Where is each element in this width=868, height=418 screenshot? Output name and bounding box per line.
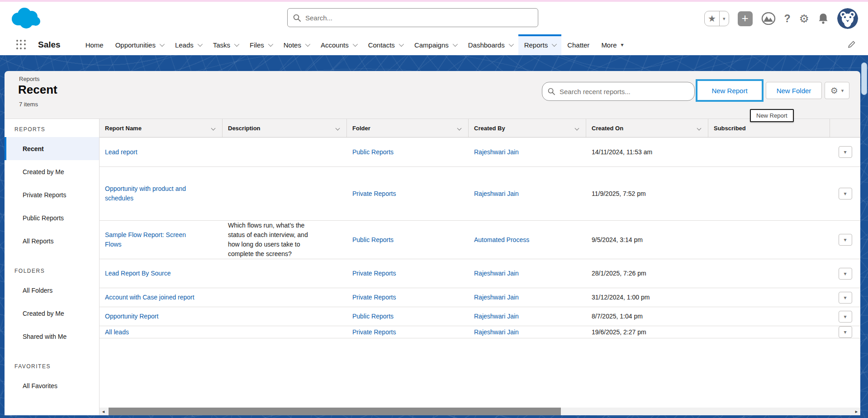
bell-icon	[818, 13, 829, 24]
chevron-down-icon[interactable]	[305, 42, 310, 47]
favorites-combo-button: ★ ▾	[704, 11, 729, 26]
chevron-down-icon[interactable]	[268, 42, 273, 47]
chevron-down-icon[interactable]	[453, 42, 458, 47]
folder-link[interactable]: Public Reports	[352, 147, 394, 157]
column-header[interactable]: Report Name	[100, 119, 223, 137]
created-by-link[interactable]: Rajeshwari Jain	[474, 312, 519, 321]
row-actions-button[interactable]: ▾	[839, 311, 852, 323]
column-header[interactable]: Created On	[586, 119, 708, 137]
folder-link[interactable]: Private Reports	[352, 293, 396, 302]
chevron-down-icon[interactable]	[399, 42, 404, 47]
chevron-down-icon[interactable]	[352, 42, 357, 47]
row-actions-button[interactable]: ▾	[839, 326, 852, 338]
row-actions-button[interactable]: ▾	[839, 292, 852, 304]
chevron-down-icon[interactable]	[234, 42, 239, 47]
created-by-link[interactable]: Rajeshwari Jain	[474, 293, 519, 302]
created-by-link[interactable]: Rajeshwari Jain	[474, 147, 519, 157]
created-by-link[interactable]: Automated Process	[474, 235, 529, 245]
nav-tab[interactable]: Accounts	[315, 34, 362, 55]
folder-link[interactable]: Public Reports	[352, 312, 394, 321]
row-actions-button[interactable]: ▾	[839, 268, 852, 280]
sidebar-item[interactable]: Created by Me	[5, 302, 99, 325]
created-by-link[interactable]: Rajeshwari Jain	[474, 328, 519, 337]
trailhead-button[interactable]	[761, 12, 776, 25]
global-search	[287, 8, 538, 27]
chevron-down-icon[interactable]	[198, 42, 203, 47]
new-folder-button[interactable]: New Folder	[766, 82, 822, 99]
sidebar-item[interactable]: Public Reports	[5, 206, 99, 229]
recent-reports-search-input[interactable]	[560, 88, 689, 95]
notifications-button[interactable]	[818, 13, 829, 24]
chevron-down-icon[interactable]	[552, 42, 557, 47]
nav-tab[interactable]: Campaigns	[408, 34, 462, 55]
sidebar-item[interactable]: Recent	[5, 137, 99, 160]
user-avatar-button[interactable]	[837, 8, 858, 29]
chevron-down-icon: ▾	[844, 237, 846, 242]
global-header: ★ ▾ + ? ⚙	[0, 2, 868, 34]
chevron-down-icon: ▾	[844, 314, 846, 319]
chevron-down-icon	[575, 126, 579, 130]
nav-tab[interactable]: Contacts	[362, 34, 408, 55]
column-header[interactable]: Description	[223, 119, 347, 137]
column-header[interactable]: Created By	[469, 119, 586, 137]
nav-tab-more[interactable]: More ▾	[595, 34, 629, 55]
folder-link[interactable]: Private Reports	[352, 189, 396, 199]
chevron-down-icon: ▾	[844, 191, 846, 196]
favorites-dropdown-icon[interactable]: ▾	[719, 11, 729, 26]
sidebar-item[interactable]: Created by Me	[5, 160, 99, 183]
sidebar-item[interactable]: All Folders	[5, 279, 99, 302]
nav-tab[interactable]: Dashboards	[462, 34, 518, 55]
report-name-link[interactable]: Opportunity Report	[105, 312, 158, 321]
row-actions-button[interactable]: ▾	[839, 146, 852, 158]
report-name-link[interactable]: Opportunity with product and schedules	[105, 184, 195, 203]
sidebar-item[interactable]: Shared with Me	[5, 325, 99, 348]
report-name-link[interactable]: All leads	[105, 328, 129, 337]
reports-sidebar: REPORTS Recent Created by Me Private Rep…	[5, 119, 100, 415]
created-by-link[interactable]: Rajeshwari Jain	[474, 189, 519, 199]
list-settings-button[interactable]: ⚙ ▾	[825, 82, 849, 99]
table-row: Sample Flow Report: Screen Flows Which f…	[100, 221, 860, 259]
created-on-value: 9/5/2024, 3:14 pm	[592, 235, 643, 245]
help-button[interactable]: ?	[784, 13, 791, 25]
column-header[interactable]: Folder	[347, 119, 469, 137]
folder-link[interactable]: Private Reports	[352, 269, 396, 278]
edit-navigation-pencil-button[interactable]	[847, 40, 856, 49]
folder-link[interactable]: Private Reports	[352, 328, 396, 337]
chevron-down-icon	[457, 126, 462, 130]
vertical-scrollbar-thumb[interactable]	[861, 62, 867, 95]
sidebar-item[interactable]: Private Reports	[5, 183, 99, 206]
setup-gear-button[interactable]: ⚙	[799, 12, 809, 25]
report-name-link[interactable]: Lead report	[105, 147, 138, 157]
sidebar-item[interactable]: All Favorites	[5, 374, 99, 397]
new-report-button[interactable]: New Report	[696, 79, 764, 102]
nav-tab[interactable]: Reports	[518, 34, 562, 55]
nav-tab[interactable]: Files	[244, 34, 278, 55]
nav-tab[interactable]: Leads	[169, 34, 207, 55]
nav-tab[interactable]: Chatter	[561, 34, 595, 55]
chevron-down-icon[interactable]	[160, 42, 165, 47]
report-name-link[interactable]: Account with Case joined report	[105, 293, 194, 302]
scroll-right-arrow[interactable]: ►	[853, 408, 860, 415]
chevron-down-icon[interactable]	[508, 42, 513, 47]
sidebar-item[interactable]: All Reports	[5, 229, 99, 252]
scroll-left-arrow[interactable]: ◄	[100, 408, 107, 415]
horizontal-scrollbar-thumb[interactable]	[109, 408, 561, 415]
created-on-value: 28/1/2025, 7:26 pm	[592, 269, 646, 278]
created-by-link[interactable]: Rajeshwari Jain	[474, 269, 519, 278]
row-actions-button[interactable]: ▾	[839, 234, 852, 246]
favorite-star-icon[interactable]: ★	[705, 11, 719, 26]
report-name-link[interactable]: Sample Flow Report: Screen Flows	[105, 230, 195, 249]
global-search-input[interactable]	[305, 14, 532, 22]
reports-card-header: Reports Recent 7 items New Report New Fo…	[5, 71, 860, 119]
sidebar-section-favorites: FAVORITES	[5, 358, 99, 371]
chevron-down-icon	[697, 126, 702, 130]
nav-tab[interactable]: Tasks	[207, 34, 244, 55]
global-actions-button[interactable]: +	[738, 11, 753, 26]
nav-tab[interactable]: Home	[80, 34, 109, 55]
row-actions-button[interactable]: ▾	[839, 188, 852, 200]
nav-tab[interactable]: Opportunities	[109, 34, 169, 55]
folder-link[interactable]: Public Reports	[352, 235, 394, 245]
nav-tab[interactable]: Notes	[278, 34, 315, 55]
report-name-link[interactable]: Lead Report By Source	[105, 269, 171, 278]
app-launcher-icon[interactable]	[16, 40, 26, 50]
